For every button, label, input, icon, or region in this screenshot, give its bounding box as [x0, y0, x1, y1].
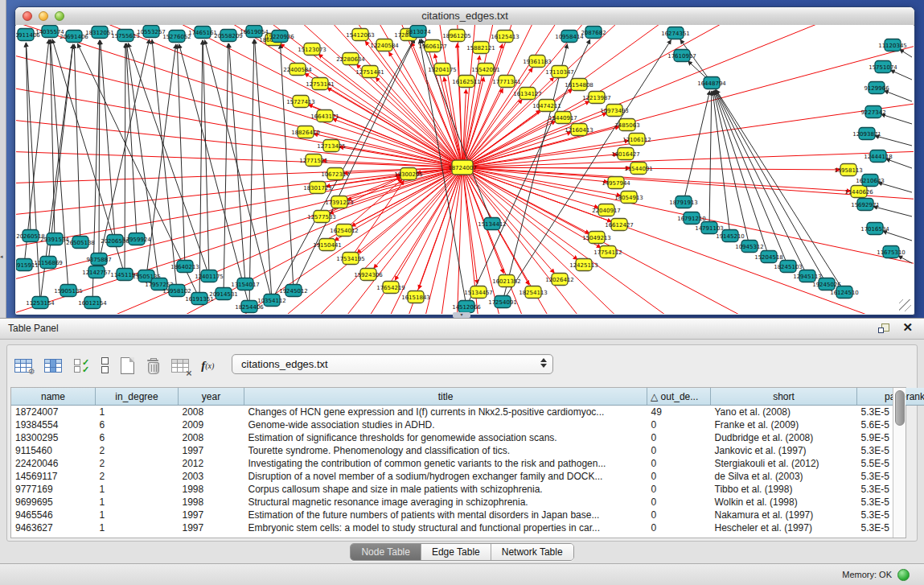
table-cell[interactable]: Genome-wide association studies in ADHD. — [244, 418, 647, 431]
table-cell[interactable]: 1 — [96, 406, 179, 419]
graph-node[interactable]: 16154808 — [565, 79, 593, 91]
table-cell[interactable]: Estimation of significance thresholds fo… — [244, 431, 647, 444]
table-cell[interactable]: 5.3E-5 — [857, 483, 924, 496]
graph-node[interactable]: 15412063 — [346, 29, 375, 41]
table-cell[interactable]: Jankovic et al. (1997) — [711, 444, 857, 457]
column-header-short[interactable]: short — [711, 388, 857, 406]
graph-node[interactable]: 20558209 — [214, 30, 243, 42]
table-cell[interactable]: 9777169 — [11, 483, 96, 496]
table-cell[interactable]: 22420046 — [11, 457, 96, 470]
table-cell[interactable]: 5.3E-5 — [857, 521, 924, 534]
graph-node[interactable]: 12240584 — [370, 39, 399, 51]
table-cell[interactable]: Yano et al. (2008) — [711, 406, 857, 419]
table-cell[interactable]: 5.6E-5 — [857, 418, 924, 431]
graph-node[interactable]: 12093871 — [852, 128, 881, 140]
table-cell[interactable]: 0 — [647, 509, 711, 521]
graph-node[interactable]: 15134457 — [464, 286, 493, 299]
graph-node[interactable]: 12026412 — [545, 274, 574, 286]
table-cell[interactable]: Nakamura et al. (1997) — [711, 509, 857, 521]
table-cell[interactable]: Estimation of the future numbers of pati… — [244, 509, 647, 521]
table-cell[interactable]: 5.5E-5 — [857, 457, 924, 470]
graph-node[interactable]: 16151843 — [401, 291, 430, 303]
graph-node[interactable]: 12577533 — [307, 211, 336, 223]
table-scrollbar[interactable] — [893, 388, 906, 538]
table-cell[interactable]: 5.3E-5 — [857, 406, 924, 419]
table-cell[interactable]: 1997 — [179, 509, 244, 521]
table-cell[interactable]: 1997 — [179, 444, 244, 457]
table-cell[interactable]: Investigating the contribution of common… — [244, 457, 647, 470]
graph-node[interactable]: 22040917 — [592, 204, 621, 216]
table-cell[interactable]: 5.3E-5 — [857, 509, 924, 521]
graph-node[interactable]: 10958414 — [555, 31, 584, 43]
function-builder-button[interactable]: f(x) — [199, 353, 216, 377]
window-resize-grip[interactable] — [899, 299, 911, 311]
column-header-year[interactable]: year — [179, 388, 244, 406]
table-cell[interactable]: 1 — [96, 509, 179, 521]
graph-node[interactable]: 18724007 — [448, 160, 477, 175]
graph-node[interactable]: 12106112 — [622, 134, 651, 146]
table-cell[interactable]: 18724007 — [11, 406, 96, 419]
graph-node[interactable]: 12213987 — [582, 92, 611, 104]
table-cell[interactable]: 2008 — [179, 406, 244, 419]
graph-node[interactable]: 10672317 — [321, 168, 350, 180]
table-row[interactable]: 1456911722003Disruption of a novel membe… — [11, 470, 924, 483]
table-cell[interactable]: 2008 — [179, 431, 244, 444]
table-row[interactable]: 1872400712008Changes of HCN gene express… — [11, 406, 924, 419]
column-header-out_de[interactable]: △ out_de... — [647, 388, 711, 406]
graph-node[interactable]: 15882121 — [466, 42, 495, 54]
graph-node[interactable]: 16448794 — [697, 77, 726, 89]
graph-node[interactable]: 17754112 — [593, 246, 622, 258]
graph-node[interactable]: 10973493 — [600, 105, 629, 117]
show-columns-button[interactable] — [42, 353, 64, 377]
splitter-handle[interactable]: ▾ — [453, 312, 470, 318]
graph-node[interactable]: 15755613 — [111, 30, 140, 42]
table-cell[interactable]: Hescheler et al. (1997) — [711, 521, 857, 534]
table-row[interactable]: 977716911998Corpus callosum shape and si… — [11, 483, 924, 496]
table-cell[interactable]: 0 — [647, 521, 711, 534]
table-cell[interactable]: 2012 — [179, 457, 244, 470]
network-canvas[interactable]: 1872400715123073224005841275314115727413… — [16, 25, 914, 314]
table-cell[interactable]: 9463627 — [11, 521, 96, 534]
graph-node[interactable]: 16021352 — [492, 275, 521, 287]
table-cell[interactable]: Structural magnetic resonance image aver… — [244, 496, 647, 509]
graph-node[interactable]: 14791103 — [695, 222, 724, 234]
graph-node[interactable]: 11544091 — [624, 163, 653, 175]
graph-node[interactable]: 12713425 — [317, 140, 346, 152]
table-cell[interactable]: 1 — [96, 483, 179, 496]
graph-node[interactable]: 12945113 — [793, 270, 822, 282]
table-cell[interactable]: Dudbridge et al. (2008) — [711, 431, 857, 444]
table-cell[interactable]: 49 — [647, 406, 711, 419]
graph-node[interactable]: 15905135 — [54, 285, 83, 297]
graph-node[interactable]: 18312051 — [85, 27, 114, 39]
graph-node[interactable]: 16643171 — [310, 110, 339, 122]
table-cell[interactable]: Tourette syndrome. Phenomenology and cla… — [244, 444, 647, 457]
column-header-title[interactable]: title — [244, 388, 647, 406]
table-row[interactable]: 969969511998Structural magnetic resonanc… — [11, 496, 924, 509]
table-cell[interactable]: 2003 — [179, 470, 244, 483]
tab-network-table[interactable]: Network Table — [491, 544, 573, 560]
graph-node[interactable]: 16619054 — [240, 26, 269, 38]
graph-node[interactable]: 18826410 — [291, 126, 320, 138]
graph-node[interactable]: 17771341 — [492, 76, 521, 88]
graph-node[interactable]: 16210643 — [856, 175, 885, 187]
table-row[interactable]: 946554611997Estimation of the future num… — [11, 509, 924, 521]
tab-node-table[interactable]: Node Table — [351, 544, 421, 560]
close-panel-icon[interactable]: ✕ — [902, 321, 913, 334]
graph-node[interactable]: 18791913 — [669, 196, 698, 208]
table-cell[interactable]: 0 — [647, 470, 711, 483]
graph-node[interactable]: 16274351 — [661, 27, 690, 39]
graph-node[interactable]: 26505138 — [66, 237, 95, 249]
delete-table-button[interactable]: ⨯ — [169, 353, 191, 377]
graph-node[interactable]: 14957944 — [602, 177, 630, 189]
graph-node[interactable]: 16254012 — [330, 225, 359, 237]
graph-node[interactable]: 10945312 — [735, 241, 764, 253]
table-cell[interactable]: 14569117 — [11, 470, 96, 483]
graph-node[interactable]: 16612427 — [605, 219, 634, 231]
table-cell[interactable]: 9465546 — [11, 509, 96, 521]
table-cell[interactable]: 18300295 — [11, 431, 96, 444]
graph-node[interactable]: 16016427 — [611, 148, 640, 160]
table-cell[interactable]: 1997 — [179, 521, 244, 534]
graph-node[interactable]: 18245103 — [774, 261, 803, 273]
panel-collapse-strip[interactable]: ◂ — [0, 0, 6, 318]
table-cell[interactable]: 19384554 — [11, 418, 96, 431]
